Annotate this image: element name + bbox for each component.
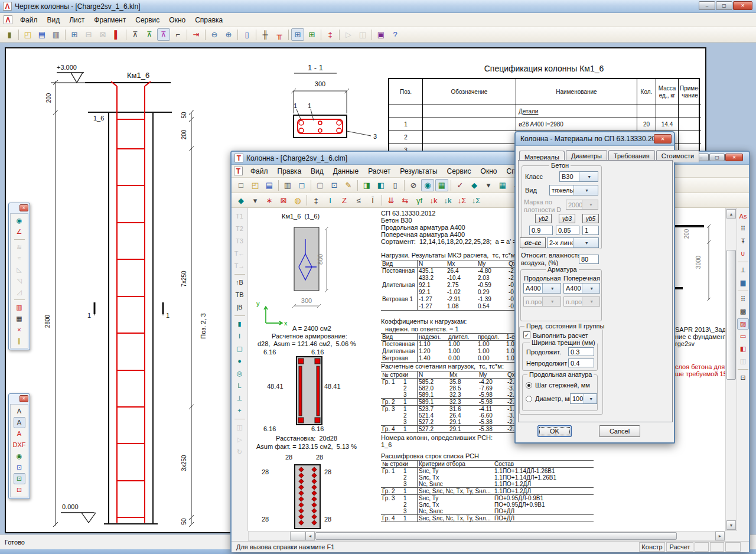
zoom-out-icon[interactable]: ⊖ (208, 28, 221, 41)
report-doc-icon[interactable]: ▯ (389, 179, 402, 191)
text-doc-icon[interactable]: A (14, 406, 25, 417)
sum-teal-icon[interactable]: ↓Σ (470, 194, 483, 207)
section-zero-icon[interactable]: ⊘ (407, 179, 420, 191)
solid-model-2-icon[interactable]: ◆ (234, 194, 247, 207)
bars-square-icon[interactable]: ⠿ (737, 223, 749, 234)
split-box[interactable] (290, 532, 305, 540)
concrete-kind-select[interactable]: тяжелый▼ (549, 185, 598, 195)
hammer-auto-icon[interactable]: ⊼ (143, 28, 156, 41)
sketch-red-icon[interactable]: ▨ (737, 318, 749, 330)
grid-square-icon[interactable]: ▩ (737, 306, 749, 317)
open-icon[interactable]: ◰ (249, 179, 262, 191)
chevron-down-icon[interactable]: ▼ (579, 172, 598, 181)
gamma-b2-input[interactable] (529, 226, 553, 235)
minimize-button[interactable]: ‒ (699, 1, 715, 10)
menu-item[interactable]: Окно (476, 165, 502, 177)
solid-menu-icon[interactable]: ▾ (482, 179, 495, 191)
copy-doc-icon[interactable]: ◨ (360, 179, 373, 191)
concrete-class-select[interactable]: B30▼ (559, 171, 598, 182)
dxf-export-icon[interactable]: DXF (14, 439, 25, 451)
text-doc-2-icon[interactable]: A (14, 417, 25, 428)
k-teal-icon[interactable]: ↓k (441, 194, 454, 207)
scroll-right-icon[interactable]: ► (715, 532, 725, 540)
cancel-button[interactable]: Cancel (599, 425, 640, 437)
chevron-down-icon[interactable]: ▼ (542, 283, 561, 293)
ib-icon[interactable]: |B (234, 302, 246, 313)
v-scrollbar[interactable]: ▲ ▼ (725, 208, 737, 531)
close-icon[interactable]: ✕ (654, 134, 672, 144)
anchor-bolt-icon[interactable]: Ŧ (737, 236, 749, 247)
menu-item[interactable]: Фрагмент (89, 14, 131, 26)
close-icon[interactable]: ✕ (19, 204, 28, 211)
loads-down-icon[interactable]: ⇊ (384, 194, 397, 207)
palette-icon[interactable]: ▦ (435, 179, 448, 191)
solid-menu-2-icon[interactable]: ▾ (249, 194, 262, 207)
v-scroll-thumb[interactable] (726, 250, 736, 380)
diagram-select[interactable]: 2-х линейная▼ (547, 237, 599, 248)
save-icon[interactable]: ▤ (35, 28, 48, 41)
copy-doc-2-icon[interactable]: ◧ (374, 179, 387, 191)
tb-up-icon[interactable]: ↑B (234, 277, 246, 288)
verify-icon[interactable]: ✓ (454, 179, 467, 191)
gamma-b3-button[interactable]: γb3 (559, 214, 575, 223)
sigma-less-icon[interactable]: ≤ (352, 194, 365, 207)
copy-icon[interactable]: ⊡ (328, 179, 341, 191)
edit-pencil-icon[interactable]: ✎ (342, 179, 355, 191)
no-bars-icon[interactable]: ⊠ (277, 194, 290, 207)
run-calc-checkbox[interactable]: ✓ (523, 331, 530, 338)
print-icon[interactable]: ▥ (281, 179, 294, 191)
sec-T-icon[interactable]: ⊥ (234, 393, 246, 404)
dim-bars-icon[interactable]: ╫ (259, 28, 272, 41)
solid-model-icon[interactable]: ◆ (468, 179, 481, 191)
sec-ring-icon[interactable]: ◎ (234, 368, 246, 379)
doc-color-1-icon[interactable]: ⊡ (14, 462, 25, 473)
diameter-radio[interactable] (526, 396, 532, 402)
menu-item[interactable]: Файл (246, 165, 273, 177)
maximize-button[interactable]: ▢ (716, 1, 732, 10)
wrench-icon[interactable]: ⌐ (171, 28, 184, 41)
layers-icon[interactable]: ◉ (421, 179, 434, 191)
crack-short-input[interactable] (568, 359, 594, 367)
close-icon[interactable]: ✕ (19, 395, 28, 402)
rebar-tall-icon[interactable]: ‡ (324, 28, 337, 41)
lamp-icon[interactable]: ◍ (291, 194, 304, 207)
k-red-icon[interactable]: ↓k (427, 194, 440, 207)
combo-squares-icon[interactable]: ◧ (737, 343, 749, 354)
menu-item[interactable]: Файл (15, 14, 43, 26)
menu-item[interactable]: Окно (164, 14, 190, 26)
sec-solid-icon[interactable]: ▮ (234, 318, 246, 330)
highlight-icon[interactable]: ∥ (14, 335, 25, 347)
h-scroll-thumb[interactable] (315, 532, 677, 540)
swap-loads-icon[interactable]: ⇆ (399, 194, 412, 207)
sec-ibeam-icon[interactable]: I (234, 331, 246, 342)
bars-square-2-icon[interactable]: ⠿ (737, 294, 749, 305)
web-icon[interactable]: ◉ (14, 451, 25, 462)
chevron-down-icon[interactable]: ▼ (584, 394, 597, 403)
scheme-1-icon[interactable]: ⊞ (291, 28, 304, 41)
hammer-edit-icon[interactable]: ⊼ (157, 28, 170, 41)
i-beam-icon[interactable]: I (324, 194, 337, 207)
chevron-down-icon[interactable]: ▼ (582, 283, 600, 293)
ok-button[interactable]: OK (537, 425, 572, 437)
rebar-colors-icon[interactable]: ▌ (110, 28, 123, 41)
sigma-eps-button[interactable]: σc–εc (520, 237, 546, 248)
sec-cross-icon[interactable]: + (234, 405, 246, 416)
humidity-input[interactable] (579, 255, 599, 264)
print-icon[interactable]: ▥ (50, 28, 63, 41)
hammer-icon[interactable]: ⊼ (129, 28, 142, 41)
menu-item[interactable]: Результаты (395, 165, 442, 177)
gamma-b3-input[interactable] (556, 226, 579, 235)
close-button[interactable]: ✕ (733, 1, 752, 10)
leader-icon[interactable]: ∠ (14, 226, 25, 237)
close-button[interactable]: ✕ (725, 154, 743, 161)
exit-icon[interactable]: ▮ (3, 28, 16, 41)
gamma-b5-input[interactable] (582, 226, 599, 235)
spacing-radio[interactable] (526, 382, 532, 389)
chevron-down-icon[interactable]: ▼ (573, 238, 599, 247)
doc-color-2-icon[interactable]: ⊡ (14, 473, 25, 484)
trans-class-select[interactable]: A400 6-4▼ (563, 283, 600, 294)
as-area-icon[interactable]: As (737, 211, 749, 222)
new-icon[interactable]: □ (234, 179, 247, 191)
doc-color-3-icon[interactable]: ⊡ (14, 484, 25, 496)
i-bar-icon[interactable]: Ī (366, 194, 379, 207)
